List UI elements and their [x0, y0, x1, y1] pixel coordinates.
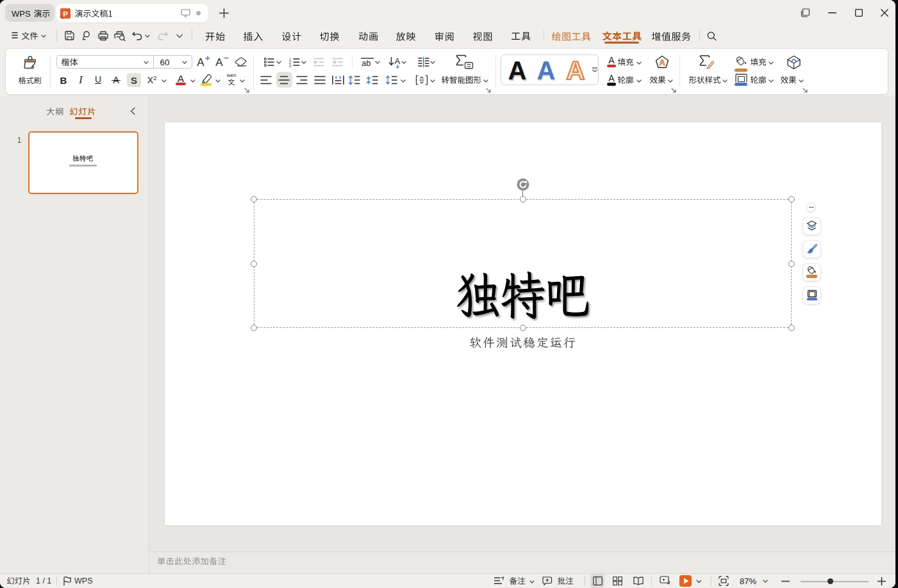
svg-text:3: 3: [289, 64, 291, 68]
svg-text:A: A: [395, 56, 401, 66]
svg-text:P: P: [63, 10, 68, 18]
svg-text:ab: ab: [362, 58, 370, 68]
svg-text:A: A: [659, 58, 665, 67]
